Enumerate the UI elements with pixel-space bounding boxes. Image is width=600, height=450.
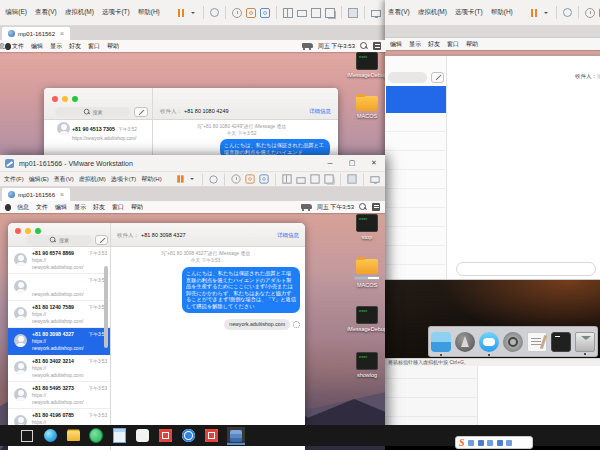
vmware-menu-item[interactable]: 编辑(E) [5,8,27,17]
details-link[interactable]: 详细信息 [277,232,299,239]
desktop-icon[interactable]: exec iMessageDebug [349,306,385,332]
sogou-logo[interactable]: S [459,438,465,448]
vmware-taskbar-icon[interactable] [227,427,245,445]
macos-menu-item[interactable]: 信息 [17,203,29,212]
stretch-guest-icon[interactable] [371,10,381,17]
suspend-caret-icon[interactable] [189,174,195,183]
vmware-menu-item[interactable]: 选项卡(T) [111,175,137,184]
background-window[interactable] [385,366,600,427]
close-button[interactable] [52,96,58,102]
details-link[interactable]: 详细信息 [309,108,331,115]
vmware-window-front[interactable]: mp01-161566 - VMware Workstation ─ ▢ ✕ 文… [0,155,385,450]
recipient-header[interactable]: 收件人： 输入收件人 [575,73,600,80]
revert-snapshot-icon[interactable] [231,174,240,183]
suspend-caret-icon[interactable] [190,8,197,18]
status-truck-icon[interactable] [301,204,312,210]
macos-menu-item[interactable]: 文件 [12,42,24,51]
macos-menu-item[interactable]: 编辑 [31,42,43,51]
macos-menu-item[interactable]: 窗口 [88,42,100,51]
menu-bar-clock[interactable]: 周五 下午3:53 [317,203,354,212]
macos-menu-item[interactable]: 帮助 [107,42,119,51]
desktop-icon[interactable]: exec showlog [349,352,385,378]
macos-menu-item[interactable]: 好友 [93,203,105,212]
revert-snapshot-icon[interactable] [585,8,595,18]
spotlight-search-icon[interactable] [360,42,368,50]
sogou-tool-1[interactable] [468,440,474,446]
zoom-button[interactable] [72,96,78,102]
console-view-icon[interactable] [297,10,307,17]
message-input[interactable] [456,262,596,276]
suspend-caret-icon[interactable] [543,8,550,18]
vm-tab-back[interactable]: mp01-161562 × [2,27,70,40]
take-snapshot-icon[interactable] [245,174,254,183]
macos-menu-item[interactable]: 窗口 [447,40,459,49]
console-view-icon[interactable] [296,177,305,183]
show-library-icon[interactable] [282,174,291,183]
sogou-tool-3[interactable] [487,440,493,446]
vmware-menu-item[interactable]: 查看(V) [388,8,410,17]
messages-window-back[interactable]: 搜索 收件人： +81 80 1080 4249 详细信息 +81 90 451… [44,88,338,158]
recipient-value[interactable]: +81 80 1080 4249 [184,108,229,114]
suspend-button[interactable] [529,8,539,18]
vmware-menu-item[interactable]: 选项卡(T) [455,8,483,17]
zoom-button[interactable] [35,228,41,234]
sogou-tool-2[interactable] [478,440,484,446]
vmware-menu-item[interactable]: 帮助(H) [138,8,160,17]
compose-button[interactable] [95,235,108,245]
app-icon-document[interactable] [112,429,126,443]
unity-mode-icon[interactable] [325,8,335,18]
vmware-menu-item[interactable]: 查看(V) [54,175,74,184]
macos-menu-item[interactable]: 编辑 [55,203,67,212]
menu-bar-clock[interactable]: 周五 下午3:53 [318,42,355,51]
revert-snapshot-icon[interactable] [232,8,242,18]
recipient-value[interactable]: +81 80 3098 4327 [141,232,186,238]
sogou-tool-5[interactable] [506,440,512,446]
app-icon-white[interactable] [135,429,149,443]
vmware-menu-item[interactable]: 帮助(H) [141,175,161,184]
messages-window-front[interactable]: 搜索 收件人： +81 80 3098 4327 详细信息 +81 90 657… [8,223,305,450]
vmware-menu-item[interactable]: 虚拟机(M) [418,8,447,17]
send-ctrl-alt-del-icon[interactable] [563,8,572,17]
macos-menu-item[interactable]: 显示 [74,203,86,212]
console-preview-icon[interactable] [347,174,356,183]
send-ctrl-alt-del-icon[interactable] [209,175,217,183]
scrollbar[interactable] [104,266,108,348]
macos-menu-item[interactable]: 帮助 [466,40,478,49]
app-icon-red-2[interactable] [204,429,218,443]
terminal-icon[interactable] [551,332,571,352]
selected-conversation-row[interactable] [386,86,446,113]
vmware-menu-item[interactable]: 虚拟机(M) [79,175,106,184]
macos-menu-item[interactable]: 显示 [409,40,421,49]
manage-snapshots-icon[interactable] [259,174,268,183]
app-icon-green[interactable] [89,429,103,443]
vmware-menu-item[interactable]: 选项卡(T) [102,8,130,17]
maximize-button[interactable]: ▢ [341,155,363,172]
stretch-guest-icon[interactable] [370,176,379,182]
vm-tab-front[interactable]: mp01-161566 × [2,188,70,201]
macos-menu-item[interactable]: 好友 [428,40,440,49]
stretch-caret-icon[interactable] [384,174,385,183]
messages-window-right[interactable]: 收件人： 输入收件人 [385,56,600,280]
macos-menu-item[interactable]: 帮助 [131,203,143,212]
list-item[interactable]: +81 80 1240 7589 下午3:53 https:// newyork… [8,301,110,328]
vmware-menu-item[interactable]: 查看(V) [35,8,57,17]
fullscreen-icon[interactable] [311,8,321,18]
minimize-button[interactable] [62,96,68,102]
console-preview-icon[interactable] [348,8,358,18]
vmware-menu-item[interactable]: 帮助(H) [491,8,513,17]
macos-menu-item[interactable]: 窗口 [112,203,124,212]
apple-icon[interactable] [5,204,11,211]
launchpad-icon[interactable] [455,332,475,352]
search-input[interactable]: 搜索 [26,235,92,245]
compose-button[interactable] [134,107,148,117]
suspend-button[interactable] [175,174,184,183]
take-snapshot-icon[interactable] [246,8,256,18]
window-title-bar[interactable]: mp01-161566 - VMware Workstation ─ ▢ ✕ [0,155,385,172]
macos-menu-item[interactable]: 编辑 [390,40,402,49]
finder-icon[interactable] [431,332,451,352]
list-item[interactable]: +81 80 5495 3273 下午3:53 https:// newyork… [8,382,110,409]
search-input[interactable]: 搜索 [55,107,130,117]
app-icon-red[interactable] [158,429,172,443]
vmware-menu-item[interactable]: 编辑(E) [29,175,49,184]
spotlight-search-icon[interactable] [359,203,367,211]
